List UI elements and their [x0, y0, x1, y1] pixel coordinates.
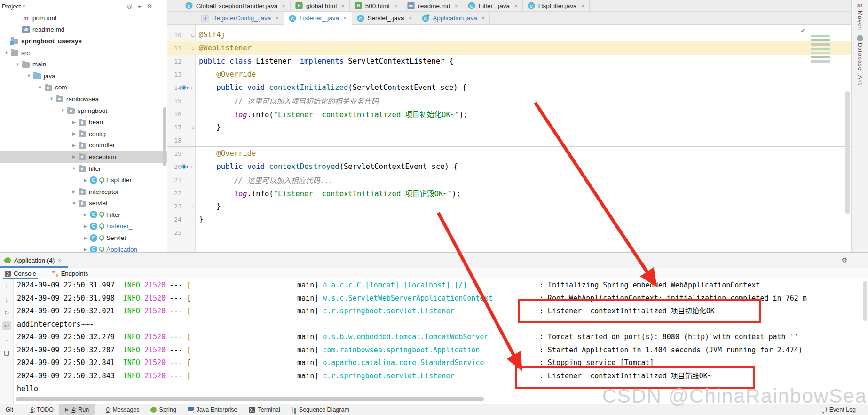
tree-item-controller[interactable]: ▶controller: [0, 140, 167, 152]
tab-readme.md[interactable]: MDreadme.md×: [402, 0, 463, 11]
tree-right-arrow-icon[interactable]: ▶: [81, 224, 90, 229]
code-line-21[interactable]: 21 // 这里可以加入相应代码...: [167, 173, 851, 186]
fold-marker-icon[interactable]: ⊟: [189, 164, 197, 169]
soft-wrap-icon[interactable]: ↩: [2, 321, 11, 330]
statusbar-Git[interactable]: Git: [0, 404, 19, 415]
tree-right-arrow-icon[interactable]: ▶: [81, 236, 90, 240]
tree-right-arrow-icon[interactable]: ▶: [81, 247, 90, 252]
down-stack-trace-icon[interactable]: ↓: [2, 295, 11, 304]
fold-marker-icon[interactable]: ⊟: [189, 85, 197, 90]
scroll-to-end-icon[interactable]: ≡: [2, 335, 11, 343]
fold-marker-icon[interactable]: ⊟: [189, 32, 197, 38]
code-line-18[interactable]: 18: [167, 134, 851, 147]
project-tree-scrollbar[interactable]: [163, 107, 166, 166]
tree-down-arrow-icon[interactable]: ▼: [36, 85, 45, 90]
tree-down-arrow-icon[interactable]: ▼: [2, 50, 11, 55]
tree-down-arrow-icon[interactable]: ▼: [47, 96, 56, 101]
tree-item-servlet[interactable]: ▼servlet: [0, 198, 167, 209]
close-icon[interactable]: ×: [341, 2, 345, 9]
tree-item-com[interactable]: ▼com: [0, 82, 167, 94]
console-horizontal-scrollbar[interactable]: [16, 397, 484, 401]
tree-right-arrow-icon[interactable]: ▶: [70, 120, 79, 125]
code-line-13[interactable]: 13 @Override: [167, 68, 851, 81]
code-line-17[interactable]: 17⌂ }: [167, 120, 851, 134]
statusbar-Event Log[interactable]: Event Log: [815, 407, 861, 413]
tab-global.html[interactable]: Hglobal.html×: [291, 0, 350, 11]
project-panel-title[interactable]: Project ▾: [2, 3, 25, 10]
subtab-Console[interactable]: ❯Console: [3, 268, 38, 279]
tree-item-pom.xml[interactable]: mpom.xml: [0, 12, 167, 24]
tree-down-arrow-icon[interactable]: ▼: [70, 166, 79, 171]
tree-item-config[interactable]: ▶config: [0, 128, 167, 140]
override-method-icon[interactable]: o↑: [181, 164, 189, 170]
hide-panel-icon[interactable]: ―: [855, 256, 861, 264]
tree-item-Servlet_[interactable]: ▶CServlet_: [0, 232, 167, 244]
code-line-16[interactable]: 16 log.info("Listener_ contextInitialize…: [167, 107, 851, 120]
override-method-icon[interactable]: o↑: [181, 85, 189, 91]
code-line-12[interactable]: 12public class Listener_ implements Serv…: [167, 55, 851, 68]
tab-RegisterConfig_.java[interactable]: JRegisterConfig_.java×: [197, 12, 284, 24]
code-line-23[interactable]: 23⌂ }: [167, 200, 851, 213]
code-line-20[interactable]: 20o↑⊟ public void contextDestroyed(Servl…: [167, 160, 851, 173]
statusbar-6: TODO[interactable]: ≡6: TODO: [19, 404, 59, 415]
tool-stripe-Database[interactable]: Database: [857, 35, 863, 71]
up-stack-trace-icon[interactable]: ↑: [2, 282, 11, 291]
statusbar-Spring[interactable]: Spring: [145, 404, 182, 415]
tree-item-HspFilter[interactable]: ▶CHspFilter: [0, 174, 167, 186]
code-line-10[interactable]: 10⊟@Slf4j: [167, 28, 851, 41]
close-icon[interactable]: ×: [394, 2, 398, 9]
collapse-all-icon[interactable]: ÷: [138, 3, 141, 10]
close-icon[interactable]: ×: [275, 15, 279, 22]
tab-GlobalExceptionHandler.java[interactable]: CGlobalExceptionHandler.java×: [181, 0, 291, 11]
statusbar-Java Enterprise[interactable]: Java Enterprise: [182, 404, 243, 415]
fold-marker-icon[interactable]: ⌂: [189, 204, 197, 209]
close-icon[interactable]: ×: [481, 15, 485, 22]
tree-item-springboot_usersys[interactable]: springboot_usersys: [0, 35, 167, 47]
code-line-19[interactable]: 19 @Override: [167, 147, 851, 160]
tree-item-bean[interactable]: ▶bean: [0, 116, 167, 128]
tab-application-run[interactable]: Application (4) ×: [0, 253, 68, 268]
statusbar-0: Messages[interactable]: ≡0: Messages: [95, 404, 145, 415]
tree-item-src[interactable]: ▼src: [0, 47, 167, 59]
tree-down-arrow-icon[interactable]: ▼: [13, 62, 22, 67]
tool-stripe-Ant[interactable]: Ant: [857, 75, 863, 85]
code-line-11[interactable]: 11⌂@WebListener: [167, 41, 851, 55]
tree-item-interceptor[interactable]: ▶interceptor: [0, 186, 167, 198]
tree-right-arrow-icon[interactable]: ▶: [70, 131, 79, 136]
tree-right-arrow-icon[interactable]: ▶: [81, 178, 90, 183]
close-icon[interactable]: ×: [409, 15, 412, 22]
editor-body[interactable]: 10⊟@Slf4j11⌂@WebListener12public class L…: [167, 25, 851, 252]
tree-down-arrow-icon[interactable]: ▼: [70, 201, 79, 206]
tab-Application.java[interactable]: CApplication.java×: [417, 12, 490, 24]
tab-Listener_.java[interactable]: CListener_.java×: [284, 12, 352, 25]
code-area[interactable]: 10⊟@Slf4j11⌂@WebListener12public class L…: [167, 28, 851, 239]
subtab-Endpoints[interactable]: Endpoints: [50, 268, 90, 279]
tree-right-arrow-icon[interactable]: ▶: [81, 212, 90, 217]
statusbar-Sequence Diagram[interactable]: Sequence Diagram: [286, 404, 355, 415]
console-log-area[interactable]: 2024-09-09 22:50:31.997 INFO 21520 --- […: [14, 279, 868, 404]
inspections-ok-icon[interactable]: ✔: [800, 26, 806, 35]
fold-marker-icon[interactable]: ⌂: [189, 125, 197, 130]
tree-down-arrow-icon[interactable]: ▼: [58, 108, 67, 113]
tree-item-main[interactable]: ▼main: [0, 58, 167, 70]
fold-marker-icon[interactable]: ⌂: [189, 46, 197, 51]
statusbar-Terminal[interactable]: ❯_Terminal: [243, 404, 286, 415]
tree-item-readme.md[interactable]: MDreadme.md: [0, 24, 167, 36]
tree-item-Application[interactable]: ▶CApplication: [0, 244, 167, 252]
close-icon[interactable]: ×: [581, 2, 585, 9]
rerun-icon[interactable]: ↻: [2, 308, 11, 317]
close-icon[interactable]: ×: [455, 2, 458, 9]
tab-Servlet_.java[interactable]: CServlet_.java×: [352, 12, 418, 24]
locate-icon[interactable]: ◎: [127, 3, 132, 10]
clear-console-icon[interactable]: [2, 348, 11, 357]
editor-scrollbar[interactable]: [845, 91, 850, 214]
tree-item-Filter_[interactable]: ▶CFilter_: [0, 209, 167, 221]
console-vertical-scrollbar[interactable]: [863, 281, 867, 321]
code-line-25[interactable]: 25: [167, 226, 851, 239]
tree-item-filter[interactable]: ▼filter: [0, 163, 167, 175]
settings-icon[interactable]: ⚙: [841, 256, 847, 264]
code-line-14[interactable]: 14o↑⊟ public void contextInitialized(Ser…: [167, 81, 851, 94]
code-line-22[interactable]: 22 log.info("Listener_ contextInitialize…: [167, 186, 851, 200]
hide-panel-icon[interactable]: ―: [158, 3, 164, 10]
tab-HspFilter.java[interactable]: CHspFilter.java×: [523, 0, 590, 11]
